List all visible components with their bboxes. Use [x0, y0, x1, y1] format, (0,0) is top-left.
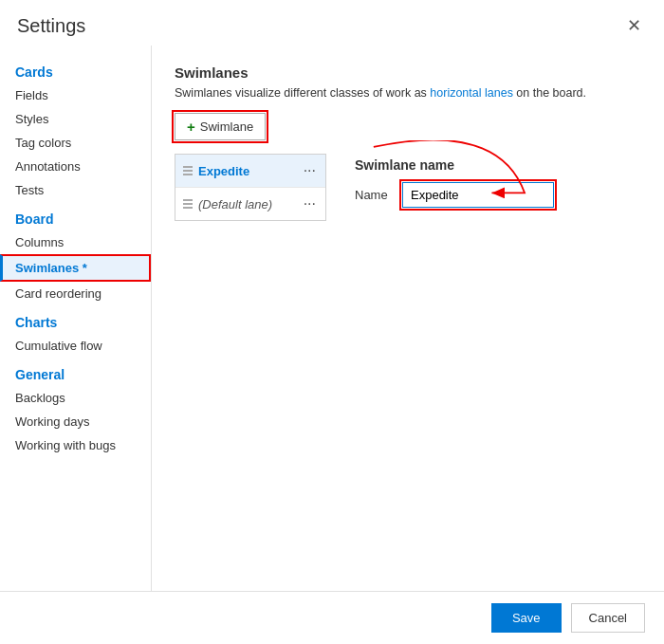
settings-dialog: Settings ✕ Cards Fields Styles Tag color…	[0, 0, 664, 644]
sidebar-item-card-reordering[interactable]: Card reordering	[0, 282, 151, 305]
name-label: Name	[355, 188, 393, 202]
sidebar-item-fields[interactable]: Fields	[0, 83, 151, 107]
sidebar-item-working-with-bugs[interactable]: Working with bugs	[0, 433, 151, 457]
cancel-button[interactable]: Cancel	[571, 603, 645, 633]
swimlanes-title: Swimlanes	[175, 64, 641, 81]
drag-handle-default[interactable]	[183, 199, 193, 209]
swimlane-row-expedite[interactable]: Expedite ···	[175, 155, 325, 188]
drag-handle-expedite[interactable]	[183, 166, 193, 175]
swimlanes-desc: Swimlanes visualize different classes of…	[175, 86, 641, 100]
swimlane-detail-title: Swimlane name	[355, 157, 554, 173]
more-options-default[interactable]: ···	[302, 195, 318, 212]
sidebar-item-columns[interactable]: Columns	[0, 230, 151, 254]
swimlane-name-input[interactable]	[402, 182, 554, 208]
swimlane-detail-panel: Swimlane name Name	[355, 157, 554, 208]
sidebar-section-general: General	[0, 358, 151, 386]
sidebar: Cards Fields Styles Tag colors Annotatio…	[0, 46, 152, 591]
drag-line	[183, 174, 193, 175]
sidebar-section-board: Board	[0, 202, 151, 230]
drag-line	[183, 203, 193, 205]
horizontal-lanes-link[interactable]: horizontal lanes	[430, 86, 513, 100]
plus-icon: +	[187, 119, 195, 135]
swimlane-list: Expedite ··· (Default lane) ···	[175, 154, 326, 221]
dialog-body: Cards Fields Styles Tag colors Annotatio…	[0, 46, 664, 591]
drag-line	[183, 199, 193, 201]
dialog-footer: Save Cancel	[0, 591, 664, 644]
sidebar-item-tag-colors[interactable]: Tag colors	[0, 131, 151, 155]
sidebar-section-cards: Cards	[0, 55, 151, 83]
close-button[interactable]: ✕	[621, 13, 647, 38]
swimlane-name-default: (Default lane)	[198, 197, 302, 212]
main-content: Swimlanes Swimlanes visualize different …	[152, 46, 664, 591]
drag-line	[183, 170, 193, 172]
drag-line	[183, 207, 193, 209]
dialog-title: Settings	[17, 15, 85, 37]
sidebar-item-annotations[interactable]: Annotations	[0, 155, 151, 178]
swimlane-area: Expedite ··· (Default lane) ···	[175, 154, 641, 221]
sidebar-item-cumulative-flow[interactable]: Cumulative flow	[0, 334, 151, 358]
swimlane-name-row: Name	[355, 182, 554, 208]
dialog-header: Settings ✕	[0, 0, 664, 46]
sidebar-section-charts: Charts	[0, 305, 151, 334]
sidebar-item-styles[interactable]: Styles	[0, 107, 151, 131]
sidebar-item-tests[interactable]: Tests	[0, 178, 151, 202]
more-options-expedite[interactable]: ···	[302, 162, 318, 179]
save-button[interactable]: Save	[491, 603, 562, 633]
sidebar-item-working-days[interactable]: Working days	[0, 410, 151, 433]
swimlane-row-default[interactable]: (Default lane) ···	[175, 188, 325, 220]
swimlane-name-expedite: Expedite	[198, 164, 302, 178]
drag-line	[183, 166, 193, 168]
sidebar-item-swimlanes[interactable]: Swimlanes *	[0, 254, 151, 282]
add-swimlane-button[interactable]: + Swimlane	[175, 113, 266, 140]
sidebar-item-backlogs[interactable]: Backlogs	[0, 386, 151, 410]
add-swimlane-label: Swimlane	[200, 120, 253, 134]
